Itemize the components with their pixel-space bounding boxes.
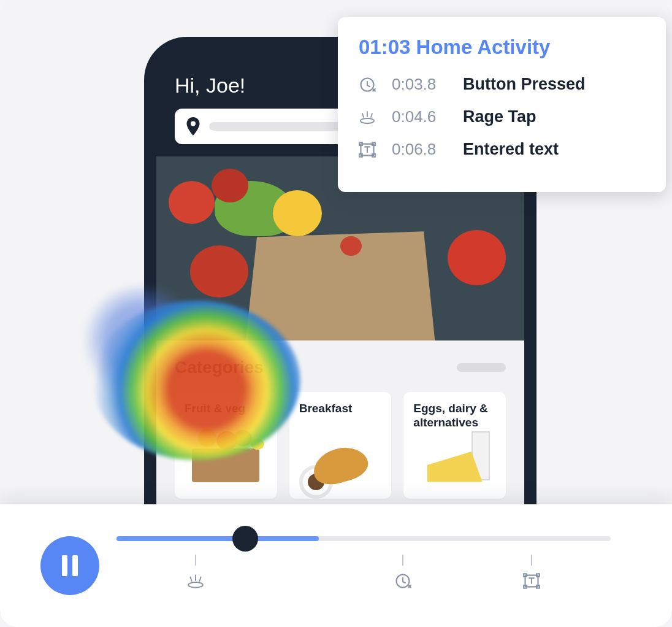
timeline-marker[interactable] xyxy=(394,555,412,590)
timeline-track[interactable] xyxy=(116,536,611,541)
rage-tap-icon xyxy=(186,572,205,590)
pause-icon xyxy=(62,555,78,576)
category-card-label: Breakfast xyxy=(299,402,382,431)
category-cards: Fruit & veg Breakfast Eggs, dairy & alte… xyxy=(175,392,506,499)
category-card-fruit-veg[interactable]: Fruit & veg xyxy=(175,392,277,499)
event-label: Entered text xyxy=(463,140,559,159)
tap-icon xyxy=(359,76,376,93)
rage-tap-icon xyxy=(359,109,376,126)
marker-tick xyxy=(195,555,196,566)
analytics-preview-stage: Hi, Joe! Categories xyxy=(0,0,672,627)
session-events-card: 01:03 Home Activity 0:03.8 Button Presse… xyxy=(338,17,666,192)
text-box-icon xyxy=(522,572,541,590)
svg-point-1 xyxy=(361,118,374,123)
event-row-rage-tap[interactable]: 0:04.6 Rage Tap xyxy=(359,107,645,126)
category-card-dairy[interactable]: Eggs, dairy & alternatives xyxy=(403,392,506,499)
timeline-marker[interactable] xyxy=(522,555,541,590)
event-time: 0:04.6 xyxy=(392,107,447,126)
session-player-bar xyxy=(0,504,672,627)
marker-tick xyxy=(531,555,532,566)
timeline-markers xyxy=(116,555,611,591)
text-box-icon xyxy=(359,141,376,158)
session-events-title: 01:03 Home Activity xyxy=(359,36,645,59)
timeline-scrubber-thumb[interactable] xyxy=(232,526,258,552)
pause-button[interactable] xyxy=(40,536,99,595)
event-label: Rage Tap xyxy=(463,107,536,126)
marker-tick xyxy=(402,555,403,566)
event-time: 0:03.8 xyxy=(392,75,447,94)
timeline-progress-fill xyxy=(116,536,319,541)
event-row-entered-text[interactable]: 0:06.8 Entered text xyxy=(359,140,645,159)
tap-icon xyxy=(394,572,412,590)
svg-point-7 xyxy=(188,582,203,588)
category-card-label: Eggs, dairy & alternatives xyxy=(413,402,496,431)
event-time: 0:06.8 xyxy=(392,140,447,159)
timeline-marker[interactable] xyxy=(186,555,205,590)
event-label: Button Pressed xyxy=(463,75,586,94)
see-all-placeholder[interactable] xyxy=(457,363,506,372)
location-pin-icon xyxy=(186,117,200,136)
category-card-breakfast[interactable]: Breakfast xyxy=(289,392,392,499)
event-row-button-pressed[interactable]: 0:03.8 Button Pressed xyxy=(359,75,645,94)
category-card-label: Fruit & veg xyxy=(185,402,267,431)
categories-heading: Categories xyxy=(175,358,264,377)
